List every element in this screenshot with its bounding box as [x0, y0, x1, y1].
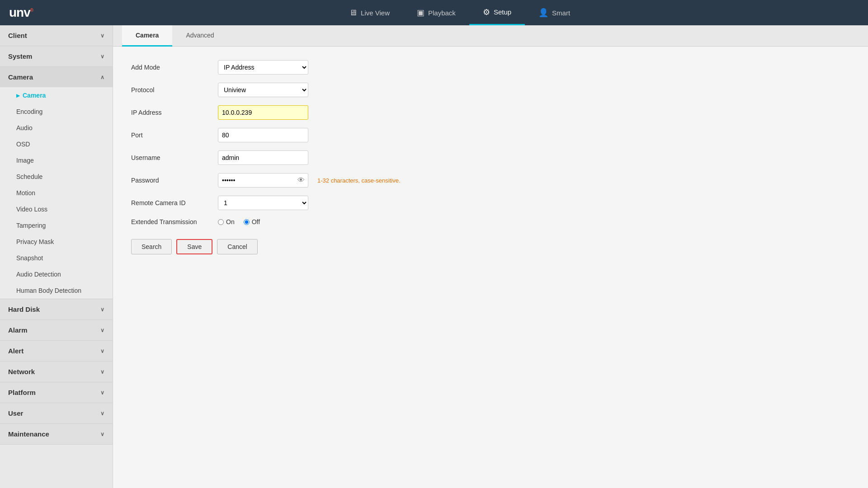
cancel-button[interactable]: Cancel: [217, 239, 258, 254]
sidebar-tampering-label: Tampering: [16, 222, 46, 229]
nav-smart-label: Smart: [552, 9, 570, 17]
sidebar-item-audio-detection[interactable]: Audio Detection: [0, 266, 113, 282]
chevron-down-icon: ∨: [100, 53, 104, 60]
nav-setup-label: Setup: [494, 8, 511, 16]
tab-advanced[interactable]: Advanced: [172, 25, 227, 47]
sidebar-item-audio[interactable]: Audio: [0, 120, 113, 136]
password-row: Password 👁 1-32 characters, case-sensiti…: [131, 173, 850, 188]
sidebar-section-system: System ∨: [0, 46, 113, 67]
username-input[interactable]: [218, 150, 308, 165]
port-label: Port: [131, 131, 212, 139]
add-mode-select[interactable]: IP Address Hostname Auto: [218, 60, 308, 75]
sidebar-header-maintenance[interactable]: Maintenance ∨: [0, 424, 113, 444]
content: Camera Advanced Add Mode IP Address Host…: [113, 25, 868, 488]
sidebar-schedule-label: Schedule: [16, 173, 42, 180]
monitor-icon: 🖥: [349, 8, 357, 18]
extended-off-radio[interactable]: [244, 219, 250, 225]
sidebar-header-user[interactable]: User ∨: [0, 403, 113, 423]
nav-setup[interactable]: ⚙ Setup: [469, 0, 525, 25]
sidebar-motion-label: Motion: [16, 189, 35, 197]
chevron-down-icon: ∨: [100, 410, 104, 417]
chevron-down-icon: ∨: [100, 327, 104, 333]
protocol-select[interactable]: Uniview ONVIF RTSP: [218, 83, 308, 97]
sidebar-encoding-label: Encoding: [16, 108, 42, 115]
ip-address-input[interactable]: [218, 105, 308, 120]
sidebar-item-video-loss[interactable]: Video Loss: [0, 201, 113, 217]
topnav: unv® 🖥 Live View ▣ Playback ⚙ Setup 👤 Sm…: [0, 0, 868, 25]
nav-live-view[interactable]: 🖥 Live View: [335, 0, 403, 25]
chevron-down-icon: ∨: [100, 348, 104, 354]
chevron-down-icon: ∨: [100, 431, 104, 437]
sidebar-header-platform[interactable]: Platform ∨: [0, 382, 113, 403]
sidebar-item-motion[interactable]: Motion: [0, 185, 113, 201]
extended-row: Extended Transmission On Off: [131, 218, 850, 225]
eye-icon[interactable]: 👁: [297, 176, 305, 184]
add-mode-label: Add Mode: [131, 64, 212, 71]
button-row: Search Save Cancel: [131, 239, 850, 254]
sidebar-header-network[interactable]: Network ∨: [0, 361, 113, 382]
sidebar-section-camera: Camera ∧ ▶ Camera Encoding Audio OSD: [0, 67, 113, 299]
sidebar-item-image[interactable]: Image: [0, 152, 113, 169]
save-button[interactable]: Save: [176, 239, 212, 254]
protocol-row: Protocol Uniview ONVIF RTSP: [131, 83, 850, 97]
sidebar-osd-label: OSD: [16, 141, 30, 148]
sidebar-item-tampering[interactable]: Tampering: [0, 217, 113, 234]
extended-off-label[interactable]: Off: [244, 218, 260, 225]
port-row: Port: [131, 128, 850, 142]
sidebar-header-alarm[interactable]: Alarm ∨: [0, 320, 113, 340]
sidebar-client-label: Client: [8, 32, 27, 39]
tab-bar: Camera Advanced: [113, 25, 868, 47]
sidebar-header-hard-disk[interactable]: Hard Disk ∨: [0, 299, 113, 319]
sidebar-section-maintenance: Maintenance ∨: [0, 424, 113, 445]
extended-label: Extended Transmission: [131, 218, 212, 225]
tab-camera-label: Camera: [136, 32, 159, 39]
sidebar-privacy-mask-label: Privacy Mask: [16, 238, 54, 245]
sidebar-user-label: User: [8, 409, 23, 417]
sidebar-item-osd[interactable]: OSD: [0, 136, 113, 152]
nav-playback[interactable]: ▣ Playback: [403, 0, 469, 25]
sidebar-item-human-body[interactable]: Human Body Detection: [0, 282, 113, 299]
password-input[interactable]: [218, 173, 308, 188]
arrow-icon: ▶: [16, 93, 20, 98]
port-input[interactable]: [218, 128, 308, 142]
nav-playback-label: Playback: [428, 9, 456, 17]
person-icon: 👤: [538, 8, 548, 18]
sidebar-system-label: System: [8, 52, 32, 60]
password-hint: 1-32 characters, case-sensitive.: [317, 177, 401, 184]
sidebar-section-hard-disk: Hard Disk ∨: [0, 299, 113, 320]
sidebar-camera-submenu: ▶ Camera Encoding Audio OSD Image Schedu…: [0, 87, 113, 299]
username-label: Username: [131, 154, 212, 161]
tab-advanced-label: Advanced: [186, 32, 214, 39]
sidebar-audio-detection-label: Audio Detection: [16, 271, 61, 278]
sidebar-item-camera[interactable]: ▶ Camera: [0, 87, 113, 103]
sidebar-alert-label: Alert: [8, 347, 24, 355]
search-button[interactable]: Search: [131, 239, 172, 254]
nav-items: 🖥 Live View ▣ Playback ⚙ Setup 👤 Smart: [60, 0, 859, 25]
sidebar-network-label: Network: [8, 368, 35, 375]
sidebar-item-snapshot[interactable]: Snapshot: [0, 250, 113, 266]
extended-on-label[interactable]: On: [218, 218, 235, 225]
sidebar-item-privacy-mask[interactable]: Privacy Mask: [0, 234, 113, 250]
extended-radio-group: On Off: [218, 218, 260, 225]
sidebar-header-client[interactable]: Client ∨: [0, 25, 113, 46]
sidebar-platform-label: Platform: [8, 389, 36, 396]
extended-on-radio[interactable]: [218, 219, 224, 225]
extended-on-text: On: [226, 218, 235, 225]
nav-smart[interactable]: 👤 Smart: [525, 0, 584, 25]
add-mode-row: Add Mode IP Address Hostname Auto: [131, 60, 850, 75]
form-area: Add Mode IP Address Hostname Auto Protoc…: [113, 47, 868, 268]
remote-camera-select[interactable]: 1 2 3 4: [218, 196, 308, 210]
sidebar: Client ∨ System ∨ Camera ∧ ▶ Camera Enc: [0, 25, 113, 488]
sidebar-header-camera[interactable]: Camera ∧: [0, 67, 113, 87]
sidebar-item-encoding[interactable]: Encoding: [0, 103, 113, 120]
chevron-up-icon: ∧: [100, 74, 104, 80]
sidebar-item-schedule[interactable]: Schedule: [0, 169, 113, 185]
sidebar-header-alert[interactable]: Alert ∨: [0, 341, 113, 361]
tab-camera[interactable]: Camera: [122, 25, 172, 47]
sidebar-human-body-label: Human Body Detection: [16, 287, 81, 294]
logo: unv®: [9, 5, 33, 20]
sidebar-header-system[interactable]: System ∨: [0, 46, 113, 66]
extended-off-text: Off: [252, 218, 260, 225]
chevron-down-icon: ∨: [100, 306, 104, 313]
sidebar-camera-label: Camera: [8, 73, 33, 81]
